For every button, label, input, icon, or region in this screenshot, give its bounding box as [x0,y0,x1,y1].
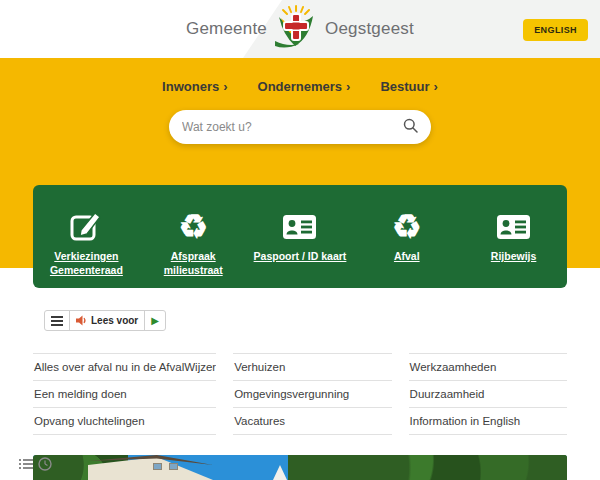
id-card-icon [281,206,318,246]
content-section: Lees voor ▶ Alles over afval nu in de Af… [0,268,600,480]
links-column-1: Alles over afval nu in de AfvalWijzer Ee… [33,353,216,435]
quicklinks-panel: Verkiezingen Gemeenteraad ♻ Afspraak mil… [33,185,567,288]
search-area [0,110,600,144]
readspeaker-label: Lees voor [91,315,138,326]
photo-trees-right [288,455,567,480]
links-column-2: Verhuizen Omgevingsvergunning Vacatures [233,353,391,435]
quicklink-paspoort-id-kaart[interactable]: Paspoort / ID kaart [247,206,354,288]
links-column-3: Werkzaamheden Duurzaamheid Information i… [409,353,567,435]
search-input[interactable] [182,120,403,134]
clock-icon[interactable] [38,457,52,471]
checklist-icon[interactable] [19,457,33,471]
readspeaker-menu-button[interactable] [45,311,70,330]
header: Gemeente [0,0,600,58]
chevron-right-icon: › [223,79,227,94]
link-vacatures[interactable]: Vacatures [233,407,391,435]
homepage: Gemeente [0,0,600,480]
link-verhuizen[interactable]: Verhuizen [233,353,391,380]
photo-gable [273,465,287,480]
readspeaker-play-button[interactable]: ▶ [145,311,165,330]
link-information-in-english[interactable]: Information in English [409,407,567,435]
nav-item-ondernemers[interactable]: Ondernemers› [258,79,351,94]
chevron-right-icon: › [346,79,350,94]
photo-house-window [153,463,162,470]
recycle-icon: ♻ [392,206,422,246]
ballot-icon [69,206,103,246]
photo-house-window [169,463,178,470]
link-omgevingsvergunning[interactable]: Omgevingsvergunning [233,380,391,407]
quicklink-afval[interactable]: ♻ Afval [353,206,460,288]
recycle-icon: ♻ [178,206,208,246]
link-afvalwijzer[interactable]: Alles over afval nu in de AfvalWijzer [33,353,216,380]
logo-text-gemeente: Gemeente [186,19,267,39]
quicklink-afspraak-milieustraat[interactable]: ♻ Afspraak milieustraat [140,206,247,288]
hamburger-icon [51,312,63,330]
quick-topics-list: Alles over afval nu in de AfvalWijzer Ee… [33,353,567,435]
quicklink-verkiezingen[interactable]: Verkiezingen Gemeenteraad [33,206,140,288]
logo-text-oegstgeest: Oegstgeest [325,19,414,39]
link-werkzaamheden[interactable]: Werkzaamheden [409,353,567,380]
chevron-right-icon: › [434,79,438,94]
search-bar[interactable] [169,110,431,144]
id-card-icon [495,206,532,246]
readspeaker-listen-button[interactable]: Lees voor [70,311,145,330]
readspeaker-widget: Lees voor ▶ [44,310,166,331]
crest-icon [273,5,319,53]
link-opvang-vluchtelingen[interactable]: Opvang vluchtelingen [33,407,216,435]
nav-item-bestuur[interactable]: Bestuur› [380,79,437,94]
link-melding-doen[interactable]: Een melding doen [33,380,216,407]
municipality-logo[interactable]: Gemeente [186,5,414,53]
link-duurzaamheid[interactable]: Duurzaamheid [409,380,567,407]
play-icon: ▶ [151,316,159,326]
search-icon[interactable] [403,118,418,137]
speaker-icon [76,312,87,330]
main-navigation: Inwoners› Ondernemers› Bestuur› [0,58,600,94]
nav-item-inwoners[interactable]: Inwoners› [162,79,227,94]
floating-widget-icons [19,457,52,471]
quicklink-rijbewijs[interactable]: Rijbewijs [460,206,567,288]
hero-photo [33,455,567,480]
yellow-hero-section: Inwoners› Ondernemers› Bestuur› [0,58,600,268]
english-language-button[interactable]: ENGLISH [523,19,588,41]
